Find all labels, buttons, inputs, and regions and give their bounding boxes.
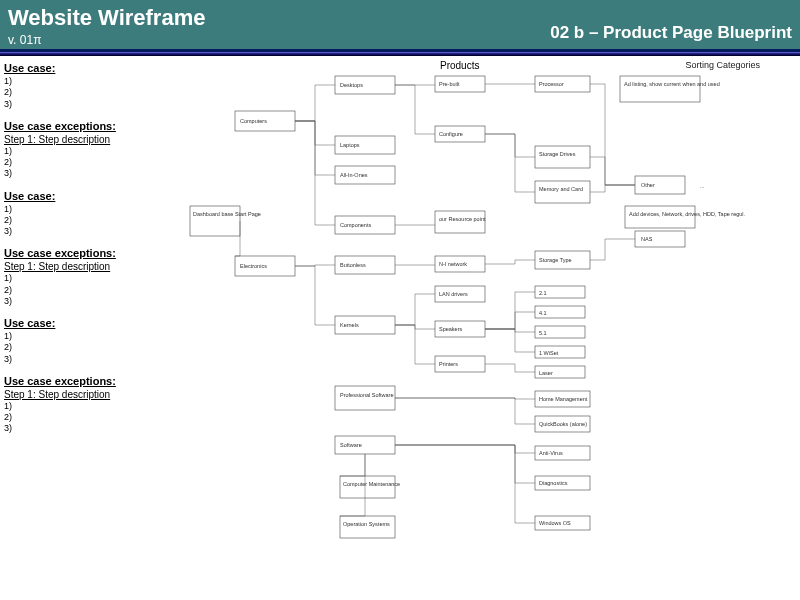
svg-text:our Resource point: our Resource point: [439, 216, 486, 222]
usecase-item: 1): [4, 401, 169, 412]
node: NAS: [635, 231, 685, 247]
svg-text:Components: Components: [340, 222, 371, 228]
node: Operation Systems: [340, 516, 395, 538]
doc-title: Website Wireframe: [8, 5, 205, 31]
usecase-item: 2): [4, 87, 169, 98]
svg-text:2.1: 2.1: [539, 290, 547, 296]
node: 1 WiSet: [535, 346, 585, 358]
node: Dashboard base Start Page: [190, 206, 261, 236]
svg-text:Diagnostics: Diagnostics: [539, 480, 568, 486]
svg-text:Other: Other: [641, 182, 655, 188]
doc-subtitle: 02 b – Product Page Blueprint: [550, 23, 792, 43]
node: Computers: [235, 111, 295, 131]
node: Home Management: [535, 391, 590, 407]
doc-version: v. 01π: [8, 33, 205, 47]
node: 5.1: [535, 326, 585, 338]
usecase-step: Step 1: Step description: [4, 134, 169, 145]
svg-text:All-In-Ones: All-In-Ones: [340, 172, 368, 178]
svg-text:Storage Type: Storage Type: [539, 257, 572, 263]
svg-rect-72: [620, 76, 700, 102]
usecase-step: Step 1: Step description: [4, 261, 169, 272]
svg-text:NAS: NAS: [641, 236, 653, 242]
svg-rect-44: [535, 181, 590, 203]
node: Desktops: [335, 76, 395, 94]
usecase-head: Use case:: [4, 190, 169, 202]
node: Professional Software: [335, 386, 395, 410]
node: Add devices, Network, drives, HDD, Tape …: [625, 206, 746, 228]
usecase-item: 3): [4, 226, 169, 237]
svg-rect-42: [535, 146, 590, 168]
svg-rect-75: [625, 206, 695, 228]
svg-text:Dashboard base Start Page: Dashboard base Start Page: [193, 211, 261, 217]
node: Pre-built: [435, 76, 485, 92]
usecase-block: Use case exceptions: Step 1: Step descri…: [4, 247, 169, 307]
node: LAN drivers: [435, 286, 485, 302]
note: ...: [700, 183, 705, 189]
usecase-head: Use case exceptions:: [4, 120, 169, 132]
node: Storage Type: [535, 251, 590, 269]
usecase-block: Use case: 1) 2) 3): [4, 317, 169, 365]
usecase-head: Use case exceptions:: [4, 247, 169, 259]
sidebar: Use case: 1) 2) 3) Use case exceptions: …: [0, 56, 175, 600]
svg-text:5.1: 5.1: [539, 330, 547, 336]
node: All-In-Ones: [335, 166, 395, 184]
node: Computer Maintenance: [340, 476, 400, 498]
svg-text:Laptops: Laptops: [340, 142, 360, 148]
node: Kernels: [335, 316, 395, 334]
node: Other: [635, 176, 685, 194]
node: Memory and Card: [535, 181, 590, 203]
usecase-block: Use case: 1) 2) 3): [4, 62, 169, 110]
node: Anti-Virus: [535, 446, 590, 460]
header-left: Website Wireframe v. 01π: [8, 5, 205, 47]
usecase-head: Use case:: [4, 317, 169, 329]
svg-text:Professional Software: Professional Software: [340, 392, 394, 398]
svg-text:Kernels: Kernels: [340, 322, 359, 328]
usecase-block: Use case exceptions: Step 1: Step descri…: [4, 375, 169, 435]
svg-text:Buttonless: Buttonless: [340, 262, 366, 268]
svg-text:QuickBooks (alone): QuickBooks (alone): [539, 421, 587, 427]
node: Diagnostics: [535, 476, 590, 490]
usecase-item: 2): [4, 342, 169, 353]
node: Configure: [435, 126, 485, 142]
svg-text:N-I network: N-I network: [439, 261, 467, 267]
usecase-head: Use case:: [4, 62, 169, 74]
node: N-I network: [435, 256, 485, 272]
svg-text:Windows OS: Windows OS: [539, 520, 571, 526]
node: Laptops: [335, 136, 395, 154]
svg-text:Memory and Card: Memory and Card: [539, 186, 583, 192]
usecase-item: 3): [4, 99, 169, 110]
usecase-item: 1): [4, 76, 169, 87]
svg-rect-30: [435, 211, 485, 233]
svg-rect-24: [340, 516, 395, 538]
usecase-item: 1): [4, 204, 169, 215]
node: Printers: [435, 356, 485, 372]
svg-text:LAN drivers: LAN drivers: [439, 291, 468, 297]
body: Use case: 1) 2) 3) Use case exceptions: …: [0, 56, 800, 600]
svg-text:Computer Maintenance: Computer Maintenance: [343, 481, 400, 487]
svg-text:Desktops: Desktops: [340, 82, 363, 88]
svg-text:1 WiSet: 1 WiSet: [539, 350, 559, 356]
usecase-item: 1): [4, 273, 169, 284]
svg-text:Computers: Computers: [240, 118, 267, 124]
usecase-item: 3): [4, 354, 169, 365]
node: Electronics: [235, 256, 295, 276]
usecase-item: 2): [4, 412, 169, 423]
svg-text:Add devices, Network, drives, : Add devices, Network, drives, HDD, Tape …: [629, 211, 746, 217]
svg-text:Pre-built: Pre-built: [439, 81, 460, 87]
svg-text:Storage Drives: Storage Drives: [539, 151, 576, 157]
node: QuickBooks (alone): [535, 416, 590, 432]
node: Processor: [535, 76, 590, 92]
node: Storage Drives: [535, 146, 590, 168]
usecase-block: Use case exceptions: Step 1: Step descri…: [4, 120, 169, 180]
usecase-item: 2): [4, 215, 169, 226]
usecase-item: 3): [4, 168, 169, 179]
svg-text:Speakers: Speakers: [439, 326, 462, 332]
node: Software: [335, 436, 395, 454]
diagram-area: Products Sorting Categories Computers El…: [175, 56, 800, 600]
node: 2.1: [535, 286, 585, 298]
svg-text:...: ...: [700, 183, 705, 189]
header: Website Wireframe v. 01π 02 b – Product …: [0, 0, 800, 52]
node: Components: [335, 216, 395, 234]
usecase-item: 1): [4, 146, 169, 157]
usecase-block: Use case: 1) 2) 3): [4, 190, 169, 238]
